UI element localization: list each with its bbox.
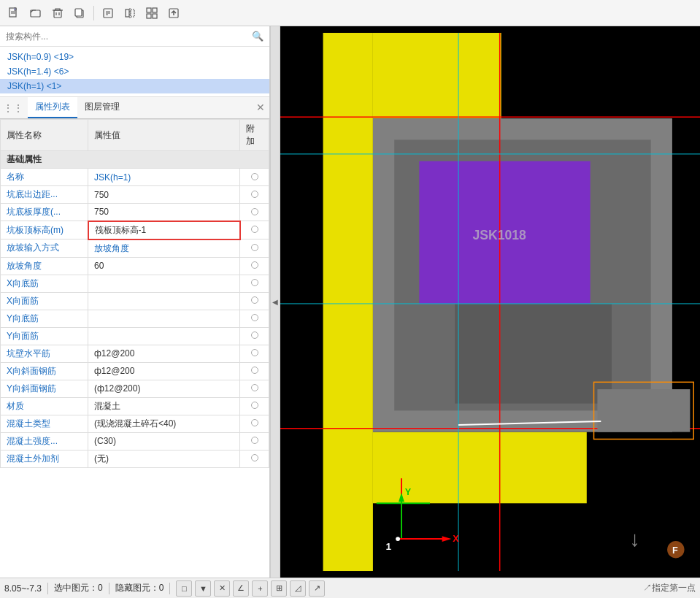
- snap-grid-btn[interactable]: ⊞: [271, 580, 287, 597]
- snap-dropdown-btn[interactable]: ▼: [195, 580, 211, 597]
- prop-row-slab-thickness: 坑底板厚度(... 750: [1, 204, 269, 221]
- svg-text:F: F: [672, 545, 678, 556]
- prop-value-y-slope-rebar[interactable]: (ф12@200): [88, 380, 240, 397]
- collapse-handle[interactable]: ◀: [270, 26, 280, 578]
- snap-plus-btn[interactable]: +: [252, 580, 268, 597]
- component-item-2[interactable]: JSK(h=1) <1>: [0, 79, 269, 93]
- prop-row-concrete-strength: 混凝土强度... (C30): [1, 432, 269, 450]
- prop-row-slope-mode: 放坡输入方式 放坡角度: [1, 239, 269, 258]
- svg-rect-14: [126, 9, 129, 17]
- prop-value-slope-mode[interactable]: 放坡角度: [88, 239, 240, 258]
- component-item-0[interactable]: JSK(h=0.9) <19>: [0, 50, 269, 64]
- prop-radio-concrete-type: [240, 415, 269, 432]
- prop-value-concrete-type[interactable]: (现浇混凝土碎石<40): [88, 415, 240, 432]
- left-panel: 🔍 JSK(h=0.9) <19> JSK(h=1.4) <6> JSK(h=1…: [0, 26, 270, 578]
- col-header-value: 属性值: [88, 120, 240, 151]
- prop-value-y-top-rebar[interactable]: [88, 327, 240, 345]
- svg-rect-19: [147, 14, 151, 18]
- sep-hidden: [169, 583, 170, 594]
- svg-rect-38: [597, 389, 690, 432]
- prop-radio-slope-mode: [240, 239, 269, 258]
- prop-label-y-top-rebar: Y向面筋: [1, 327, 88, 345]
- svg-rect-24: [323, 33, 373, 571]
- delete-button[interactable]: [48, 4, 67, 23]
- hidden-count: 隐藏图元：0: [115, 582, 164, 594]
- snap-cross-btn[interactable]: ✕: [214, 580, 230, 597]
- prop-label-y-slope-rebar: Y向斜面钢筋: [1, 380, 88, 397]
- prop-label-y-bottom-rebar: Y向底筋: [1, 310, 88, 327]
- col-header-extra: 附加: [240, 120, 269, 151]
- prop-label-top-elevation: 坑板顶标高(m): [1, 221, 88, 239]
- prop-value-top-elevation[interactable]: 筏板顶标高-1: [88, 221, 240, 239]
- prop-value-wall-horiz-rebar[interactable]: ф12@200: [88, 345, 240, 362]
- prop-radio-top-elevation: [240, 221, 269, 239]
- prop-radio-bottom-margin: [240, 186, 269, 204]
- search-input[interactable]: [6, 31, 252, 42]
- prop-row-y-top-rebar: Y向面筋: [1, 327, 269, 345]
- prop-label-admixture: 混凝土外加剂: [1, 450, 88, 467]
- coords-display: 8.05~-7.3: [4, 583, 42, 594]
- array-button[interactable]: [142, 4, 161, 23]
- copy-button[interactable]: [70, 4, 89, 23]
- prop-value-y-bottom-rebar[interactable]: [88, 310, 240, 327]
- sep-status: [47, 583, 48, 594]
- prop-row-concrete-type: 混凝土类型 (现浇混凝土碎石<40): [1, 415, 269, 432]
- component-list: JSK(h=0.9) <19> JSK(h=1.4) <6> JSK(h=1) …: [0, 47, 269, 97]
- prop-value-slope-angle[interactable]: 60: [88, 257, 240, 275]
- prop-row-wall-horiz-rebar: 坑壁水平筋 ф12@200: [1, 345, 269, 362]
- prop-label-name: 名称: [1, 169, 88, 186]
- prop-row-material: 材质 混凝土: [1, 397, 269, 415]
- open-button[interactable]: [26, 4, 45, 23]
- prop-row-y-bottom-rebar: Y向底筋: [1, 310, 269, 327]
- prop-radio-y-bottom-rebar: [240, 310, 269, 327]
- svg-rect-18: [153, 8, 157, 12]
- prop-row-y-slope-rebar: Y向斜面钢筋 (ф12@200): [1, 380, 269, 397]
- prop-radio-name: [240, 169, 269, 186]
- col-header-name: 属性名称: [1, 120, 88, 151]
- paste-button[interactable]: [99, 4, 118, 23]
- prop-value-x-top-rebar[interactable]: [88, 292, 240, 310]
- prop-label-slope-angle: 放坡角度: [1, 257, 88, 275]
- prop-radio-admixture: [240, 450, 269, 467]
- svg-rect-15: [131, 9, 134, 17]
- properties-table: 属性名称 属性值 附加 基础属性 名称 JSK(h=1): [0, 119, 269, 578]
- prop-value-name[interactable]: JSK(h=1): [88, 169, 240, 186]
- snap-angle-btn[interactable]: ∠: [233, 580, 249, 597]
- component-item-1[interactable]: JSK(h=1.4) <6>: [0, 64, 269, 79]
- prop-value-material[interactable]: 混凝土: [88, 397, 240, 415]
- prop-row-name: 名称 JSK(h=1): [1, 169, 269, 186]
- group-header-basic: 基础属性: [1, 151, 269, 169]
- prop-label-material: 材质: [1, 397, 88, 415]
- snap-rect-btn[interactable]: □: [176, 580, 192, 597]
- prop-value-x-slope-rebar[interactable]: ф12@200: [88, 362, 240, 380]
- prop-radio-slab-thickness: [240, 204, 269, 221]
- prop-label-wall-horiz-rebar: 坑壁水平筋: [1, 345, 88, 362]
- tab-properties[interactable]: 属性列表: [28, 97, 77, 118]
- main-toolbar: [0, 0, 700, 26]
- prop-value-bottom-margin[interactable]: 750: [88, 186, 240, 204]
- prop-value-slab-thickness[interactable]: 750: [88, 204, 240, 221]
- panel-close-button[interactable]: ✕: [256, 101, 265, 113]
- prop-value-x-bottom-rebar[interactable]: [88, 275, 240, 292]
- new-button[interactable]: [4, 4, 23, 23]
- prop-value-admixture[interactable]: (无): [88, 450, 240, 467]
- tab-layers[interactable]: 图层管理: [77, 97, 127, 118]
- mirror-button[interactable]: [120, 4, 139, 23]
- prop-radio-wall-horiz-rebar: [240, 345, 269, 362]
- svg-rect-9: [75, 9, 82, 16]
- svg-text:↓: ↓: [629, 526, 640, 551]
- panel-drag-handle[interactable]: ⋮⋮: [3, 102, 23, 114]
- command-hint: ↗指定第一点: [643, 582, 696, 594]
- prop-row-slope-angle: 放坡角度 60: [1, 257, 269, 275]
- export-button[interactable]: [164, 4, 183, 23]
- svg-point-49: [396, 537, 400, 541]
- cad-canvas[interactable]: JSK1018 Y X 1 ↓ F: [280, 26, 700, 578]
- snap-arrow-btn[interactable]: ↗: [309, 580, 325, 597]
- snap-tri-btn[interactable]: ◿: [290, 580, 306, 597]
- search-bar: 🔍: [0, 26, 269, 47]
- prop-value-concrete-strength[interactable]: (C30): [88, 432, 240, 450]
- prop-label-bottom-margin: 坑底出边距...: [1, 186, 88, 204]
- prop-radio-slope-angle: [240, 257, 269, 275]
- prop-label-slope-mode: 放坡输入方式: [1, 239, 88, 258]
- svg-rect-25: [373, 33, 501, 118]
